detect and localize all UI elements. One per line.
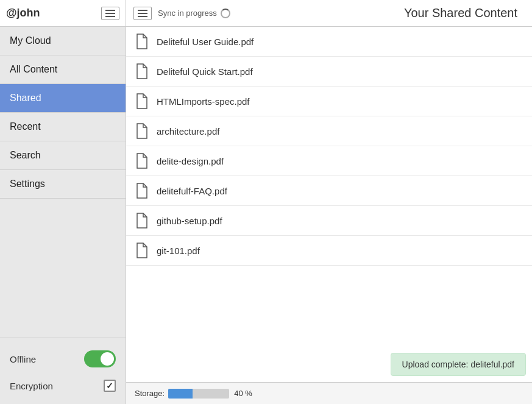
file-name: Deliteful User Guide.pdf [157, 37, 254, 47]
body: My Cloud All Content Shared Recent Searc… [0, 27, 532, 404]
file-icon [135, 152, 149, 169]
sync-status: Sync in progress [158, 9, 230, 18]
sidebar-item-recent[interactable]: Recent [0, 113, 126, 141]
file-row[interactable]: Deliteful Quick Start.pdf [126, 57, 532, 87]
file-icon [135, 93, 149, 110]
header: @john Sync in progress Your Shared Conte… [0, 0, 532, 27]
file-name: HTMLImports-spec.pdf [157, 96, 250, 107]
encryption-label: Encryption [10, 381, 53, 391]
offline-row: Offline [10, 344, 116, 374]
hamburger-line-1 [105, 10, 115, 11]
sidebar-item-settings[interactable]: Settings [0, 170, 126, 199]
file-list: Deliteful User Guide.pdf Deliteful Quick… [126, 27, 532, 382]
sidebar-item-search[interactable]: Search [0, 141, 126, 170]
hamburger-button[interactable] [101, 7, 119, 20]
sidebar-toggle-button[interactable] [133, 7, 152, 20]
main-content: Deliteful User Guide.pdf Deliteful Quick… [126, 27, 532, 404]
file-icon [135, 122, 149, 140]
storage-label: Storage: [135, 389, 165, 398]
header-right: Sync in progress Your Shared Content [126, 6, 532, 20]
checkmark-icon: ✓ [106, 381, 113, 391]
sync-text: Sync in progress [158, 9, 217, 18]
h2-line-1 [138, 10, 147, 11]
file-name: github-setup.pdf [157, 216, 222, 226]
file-row[interactable]: github-setup.pdf [126, 206, 532, 236]
file-row[interactable]: Deliteful User Guide.pdf [126, 27, 532, 57]
toggle-thumb [101, 352, 114, 366]
upload-toast: Upload complete: deliteful.pdf [391, 353, 526, 376]
storage-bar-background [168, 389, 229, 399]
file-name: git-101.pdf [157, 246, 200, 256]
file-row[interactable]: HTMLImports-spec.pdf [126, 87, 532, 116]
sidebar-item-shared[interactable]: Shared [0, 84, 126, 113]
app-container: @john Sync in progress Your Shared Conte… [0, 0, 532, 404]
hamburger-line-3 [105, 16, 115, 17]
encryption-checkbox[interactable]: ✓ [104, 380, 116, 392]
h2-line-3 [138, 16, 147, 17]
sidebar: My Cloud All Content Shared Recent Searc… [0, 27, 126, 404]
file-icon [135, 63, 149, 80]
file-row[interactable]: delite-design.pdf [126, 146, 532, 176]
offline-label: Offline [10, 354, 36, 364]
toast-message: Upload complete: deliteful.pdf [402, 360, 514, 369]
storage-percentage: 40 % [234, 389, 252, 398]
offline-toggle[interactable] [84, 350, 116, 367]
page-title: Your Shared Content [404, 6, 525, 20]
file-name: delite-design.pdf [157, 156, 224, 166]
sidebar-item-all-content[interactable]: All Content [0, 55, 126, 84]
sidebar-item-my-cloud[interactable]: My Cloud [0, 27, 126, 55]
username: @john [6, 7, 40, 19]
h2-line-2 [138, 13, 147, 14]
file-row[interactable]: git-101.pdf [126, 236, 532, 266]
hamburger-line-2 [105, 13, 115, 14]
file-icon [135, 33, 149, 50]
status-bar: Storage: 40 % Upload complete: deliteful… [126, 382, 532, 404]
storage-bar-fill [168, 389, 193, 399]
sync-spinner [221, 9, 230, 18]
encryption-row: Encryption ✓ [10, 374, 116, 398]
file-icon [135, 212, 149, 229]
file-icon [135, 242, 149, 259]
header-left: @john [0, 0, 126, 26]
file-row[interactable]: delitefulf-FAQ.pdf [126, 176, 532, 206]
file-icon [135, 182, 149, 199]
file-name: Deliteful Quick Start.pdf [157, 66, 253, 77]
sidebar-bottom: Offline Encryption ✓ [0, 338, 126, 404]
sidebar-nav: My Cloud All Content Shared Recent Searc… [0, 27, 126, 338]
file-name: architecture.pdf [157, 126, 219, 136]
file-name: delitefulf-FAQ.pdf [157, 186, 227, 196]
file-row[interactable]: architecture.pdf [126, 116, 532, 146]
